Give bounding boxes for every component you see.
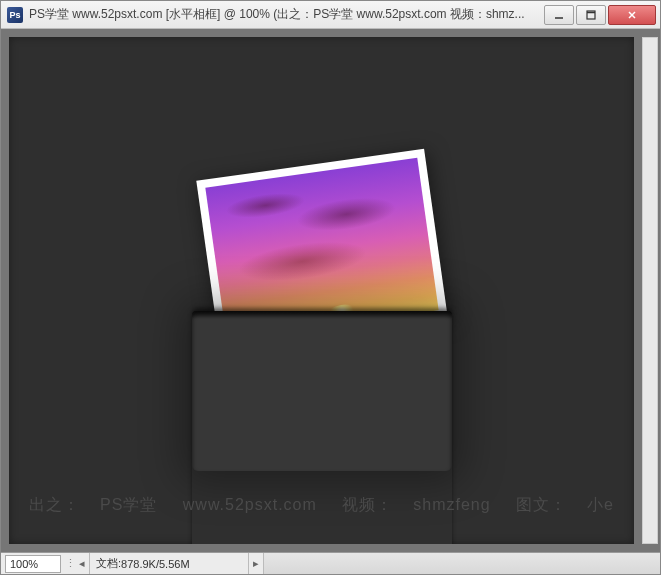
titlebar: Ps PS学堂 www.52psxt.com [水平相框] @ 100% (出之… <box>1 1 660 29</box>
zoom-input[interactable]: 100% <box>5 555 61 573</box>
vertical-scrollbar[interactable] <box>642 37 658 544</box>
wm-author-label: 图文： <box>516 496 567 513</box>
wm-source-label: 出之： <box>29 496 80 513</box>
wm-video: shmzfeng <box>413 496 490 513</box>
window-controls <box>542 5 656 25</box>
statusbar-left-arrow[interactable]: ◂ <box>75 557 89 570</box>
canvas-area: 出之：PS学堂 www.52psxt.com 视频：shmzfeng 图文：小e <box>1 29 660 552</box>
watermark-text: 出之：PS学堂 www.52psxt.com 视频：shmzfeng 图文：小e <box>9 495 634 516</box>
wm-video-label: 视频： <box>342 496 393 513</box>
statusbar-right-arrow[interactable]: ▸ <box>249 557 263 570</box>
document-info: 文档:878.9K/5.56M <box>89 553 249 574</box>
close-button[interactable] <box>608 5 656 25</box>
maximize-button[interactable] <box>576 5 606 25</box>
doc-label: 文档: <box>96 556 121 571</box>
wm-source: PS学堂 <box>100 496 157 513</box>
artwork: 出之：PS学堂 www.52psxt.com 视频：shmzfeng 图文：小e <box>9 37 634 544</box>
pocket-square <box>192 311 452 471</box>
horizontal-scrollbar[interactable] <box>263 553 660 574</box>
statusbar-grip-icon: ⋮ <box>65 557 75 570</box>
wm-author: 小e <box>587 496 614 513</box>
doc-value: 878.9K/5.56M <box>121 558 190 570</box>
window-title: PS学堂 www.52psxt.com [水平相框] @ 100% (出之：PS… <box>29 6 536 23</box>
minimize-button[interactable] <box>544 5 574 25</box>
cloud-shape <box>224 189 306 222</box>
app-window: Ps PS学堂 www.52psxt.com [水平相框] @ 100% (出之… <box>0 0 661 575</box>
canvas-frame[interactable]: 出之：PS学堂 www.52psxt.com 视频：shmzfeng 图文：小e <box>9 37 634 544</box>
cloud-shape <box>236 235 370 288</box>
app-icon: Ps <box>7 7 23 23</box>
wm-url: www.52psxt.com <box>183 496 317 513</box>
statusbar: 100% ⋮ ◂ 文档:878.9K/5.56M ▸ <box>1 552 660 574</box>
cloud-shape <box>294 192 397 236</box>
